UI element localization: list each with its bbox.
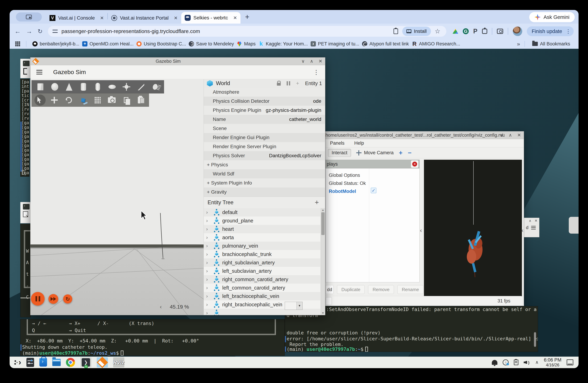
- expander-icon[interactable]: ›: [206, 243, 211, 249]
- add-button-partial[interactable]: dd: [325, 285, 334, 294]
- shell-prompt[interactable]: (main) user@40ec97997a7b : ~/ros2_ws $: [22, 350, 124, 356]
- drive-extension-icon[interactable]: [453, 29, 458, 34]
- tab-vast-console[interactable]: V Vast.ai | Console ✕: [46, 12, 107, 24]
- lock-icon[interactable]: [277, 83, 281, 86]
- entity-tree-item[interactable]: › left_brachiocephalic_vein: [204, 292, 320, 300]
- maximize-icon[interactable]: ∧: [529, 219, 531, 223]
- back-button[interactable]: ←: [15, 28, 21, 35]
- add-icon[interactable]: +: [296, 80, 299, 86]
- reset-button[interactable]: ↻: [63, 294, 72, 304]
- url-text[interactable]: passenger-profession-representations-gig…: [62, 28, 390, 34]
- clipboard-icon[interactable]: [394, 28, 398, 34]
- paste-tool-icon[interactable]: [134, 95, 147, 106]
- spot-light-tool-icon[interactable]: [149, 81, 161, 93]
- entity-tree-item[interactable]: › default: [204, 208, 320, 216]
- scrollbar-thumb[interactable]: [321, 212, 325, 235]
- capsule-tool-icon[interactable]: [92, 81, 104, 93]
- grammarly-extension-icon[interactable]: G: [463, 28, 469, 34]
- hamburger-menu-icon[interactable]: [36, 70, 42, 75]
- robotmodel-checkbox[interactable]: ✓: [371, 188, 376, 193]
- site-settings-icon[interactable]: [52, 29, 58, 34]
- bookmark-item[interactable]: benbalter/jekyll-b...: [32, 41, 79, 47]
- all-bookmarks-button[interactable]: All Bookmarks: [532, 41, 570, 47]
- close-icon[interactable]: ✕: [318, 58, 322, 64]
- entity-tree-item[interactable]: › aorta: [204, 233, 320, 242]
- apps-grid-icon[interactable]: [15, 41, 20, 46]
- entity-tree-item[interactable]: › right_subclavian_artery: [204, 258, 320, 267]
- gazebo-3d-viewport[interactable]: ↻ ‹ 45.19 %: [30, 79, 204, 315]
- pause-icon[interactable]: [287, 81, 290, 85]
- world-property-row[interactable]: + Physics: [204, 160, 325, 169]
- display-item-global-status[interactable]: Global Status: Ok: [326, 179, 420, 187]
- reload-button[interactable]: ↻: [38, 28, 43, 35]
- bookmark-item[interactable]: Save to Mendeley: [189, 41, 234, 47]
- rviz-3d-view[interactable]: [424, 160, 522, 296]
- world-property-row[interactable]: + Gravity: [204, 188, 325, 197]
- browser-menu-icon[interactable]: ⋮: [566, 28, 571, 34]
- expander-icon[interactable]: ›: [206, 268, 211, 274]
- show-desktop-button[interactable]: [567, 359, 573, 365]
- p-extension-icon[interactable]: P: [473, 28, 478, 35]
- profile-avatar[interactable]: [513, 27, 522, 36]
- gazebo-titlebar[interactable]: Gazebo Sim ∨ ∧ ✕: [30, 57, 325, 65]
- bookmarks-overflow-icon[interactable]: »: [517, 41, 520, 47]
- rviz-titlebar[interactable]: home/user/ros2_ws/install/control_cathet…: [325, 131, 524, 139]
- world-property-row[interactable]: Physics Collision Detector ode: [204, 97, 325, 106]
- close-icon[interactable]: ✕: [534, 219, 537, 223]
- world-property-row[interactable]: + System Plugin Info: [204, 178, 325, 188]
- bookmark-item[interactable]: OpenMD.com Heal...: [82, 41, 134, 47]
- tab-close-icon[interactable]: ✕: [174, 15, 178, 21]
- rotate-tool-icon[interactable]: [63, 95, 75, 106]
- grid-tool-icon[interactable]: [91, 95, 104, 106]
- app-launcher-icon[interactable]: [14, 359, 21, 365]
- remove-button[interactable]: Remove: [368, 285, 394, 294]
- expander-icon[interactable]: ›: [206, 260, 211, 265]
- entity-tree-item-partial[interactable]: ›: [204, 309, 320, 315]
- tab-close-icon[interactable]: ✕: [100, 15, 104, 21]
- finish-update-button[interactable]: Finish update ⋮: [527, 26, 574, 36]
- menu-panels[interactable]: Panels: [330, 140, 345, 146]
- world-property-row[interactable]: Render Engine Gui Plugin: [204, 133, 325, 142]
- bookmark-item[interactable]: Kaggle: Your Hom...: [258, 41, 308, 47]
- cylinder-tool-icon[interactable]: [77, 81, 89, 93]
- forward-button[interactable]: →: [26, 28, 32, 35]
- expander-icon[interactable]: ›: [206, 310, 211, 315]
- world-property-row[interactable]: Physics Solver DantzigBoxedLcpSolver: [204, 151, 325, 160]
- expander-icon[interactable]: ›: [206, 226, 211, 232]
- tray-expand-icon[interactable]: ∧: [535, 360, 539, 365]
- gazebo-menu-kebab-icon[interactable]: ⋮: [313, 69, 319, 76]
- ellipsoid-tool-icon[interactable]: [106, 81, 118, 93]
- display-item-global-options[interactable]: Global Options: [326, 171, 420, 179]
- shell-prompt[interactable]: (main) user@40ec97997a7b : ~ $: [287, 346, 368, 352]
- world-property-row[interactable]: World Sdf: [204, 169, 325, 178]
- tab-close-icon[interactable]: ✕: [233, 15, 237, 21]
- entity-tree-item[interactable]: › brachiocephalic_trunk: [204, 250, 320, 258]
- world-property-row[interactable]: Atmosphere: [204, 88, 325, 97]
- step-forward-button[interactable]: [48, 294, 58, 304]
- entity-tree-item[interactable]: › pulmonary_vein: [204, 242, 320, 250]
- file-manager-icon[interactable]: [52, 359, 61, 366]
- bookmark-item[interactable]: Atypon full text link: [362, 41, 409, 47]
- point-light-tool-icon[interactable]: [120, 81, 133, 93]
- expander-icon[interactable]: ›: [206, 218, 211, 224]
- move-camera-tool-button[interactable]: Move Camera: [356, 150, 394, 155]
- select-tool-icon[interactable]: [34, 95, 46, 106]
- new-tab-button[interactable]: +: [245, 13, 249, 21]
- close-icon[interactable]: ✕: [517, 133, 521, 138]
- entity-tree-item[interactable]: › left_common_carotid_artery: [204, 284, 320, 292]
- minimize-icon[interactable]: ∨: [500, 133, 503, 138]
- notifications-icon[interactable]: [492, 360, 497, 365]
- scroll-down-icon[interactable]: ▼: [321, 311, 325, 315]
- taskbar-rviz[interactable]: RViz: [113, 357, 124, 367]
- address-bar[interactable]: passenger-profession-representations-gig…: [48, 26, 446, 37]
- interact-tool-button[interactable]: Interact: [328, 149, 351, 157]
- zoom-out-button[interactable]: −: [408, 149, 412, 156]
- combobox-fragment[interactable]: ▼: [285, 302, 303, 310]
- tab-vast-portal[interactable]: Vast.ai Instance Portal ✕: [108, 12, 181, 24]
- terminal-scrollbar[interactable]: [534, 332, 536, 347]
- sphere-tool-icon[interactable]: [49, 81, 61, 93]
- bookmark-item[interactable]: AMIGO Research...: [412, 41, 460, 47]
- screenshot-tool-icon[interactable]: [106, 95, 118, 106]
- entity-tree-item[interactable]: › heart: [204, 225, 320, 233]
- left-terminal-window[interactable]: → / ← → X+ / X- (X trans) Q → Quit X: +8…: [20, 319, 285, 356]
